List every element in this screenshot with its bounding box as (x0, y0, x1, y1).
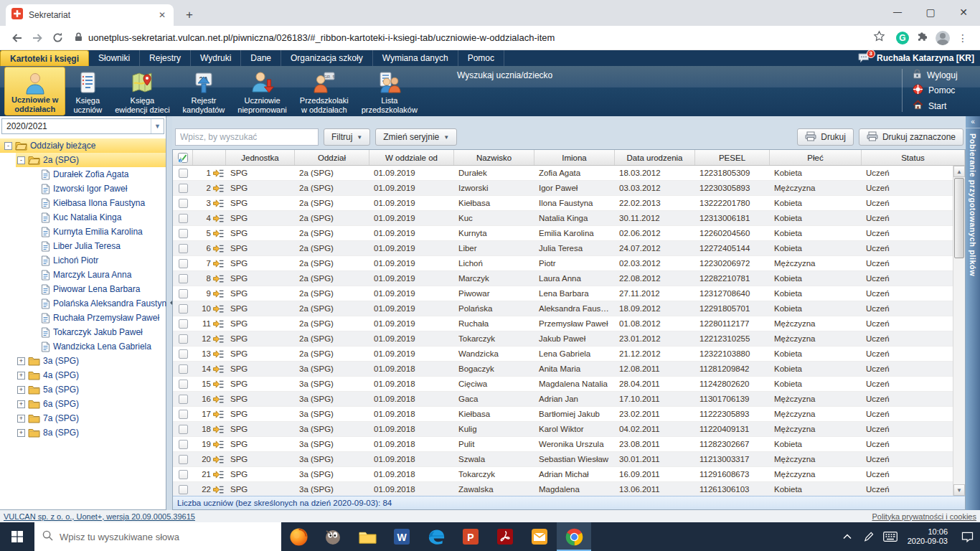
menu-tab[interactable]: Wydruki (191, 50, 241, 66)
expand-panel-icon[interactable]: « (966, 116, 980, 128)
tree-node-student[interactable]: Marczyk Laura Anna (0, 268, 166, 282)
column-header-nazwisko[interactable]: Nazwisko (454, 150, 534, 165)
taskbar-app-chrome[interactable] (557, 522, 591, 551)
tree-node-student[interactable]: Kiełbasa Ilona Faustyna (0, 196, 166, 210)
student-card-icon[interactable] (213, 395, 224, 404)
ribbon-item[interactable]: Księgauczniów (67, 66, 108, 116)
table-row[interactable]: 16SPG3a (SPG)01.09.2018GacaAdrian Jan17.… (173, 392, 953, 407)
row-checkbox[interactable] (173, 196, 193, 210)
taskbar-app-word[interactable]: W (385, 522, 419, 551)
row-checkbox[interactable] (173, 437, 193, 451)
tree-node-student[interactable]: Wandzicka Lena Gabriela (0, 339, 166, 354)
touch-keyboard-icon[interactable] (880, 522, 901, 551)
student-card-icon[interactable] (213, 214, 224, 223)
sidebar-splitter[interactable] (166, 116, 172, 510)
table-row[interactable]: 7SPG2a (SPG)01.09.2019LichońPiotr02.03.2… (173, 256, 953, 271)
student-card-icon[interactable] (213, 440, 224, 449)
reload-icon[interactable] (47, 28, 67, 48)
address-bar[interactable]: uonetplus-sekretariat.vulcan.net.pl/piwn… (67, 28, 892, 48)
menu-tab[interactable]: Kartoteki i księgi (0, 50, 89, 66)
menu-tab[interactable]: Dane (241, 50, 281, 66)
column-header-status[interactable]: Status (862, 150, 965, 165)
column-header-data-urodzenia[interactable]: Data urodzenia (615, 150, 695, 165)
student-card-icon[interactable] (213, 304, 224, 314)
table-row[interactable]: 11SPG2a (SPG)01.09.2019RuchałaPrzemysław… (173, 316, 953, 331)
column-header-imiona[interactable]: Imiona (534, 150, 615, 165)
row-checkbox[interactable] (173, 362, 193, 376)
student-card-icon[interactable] (213, 380, 224, 389)
table-row[interactable]: 19SPG3a (SPG)01.09.2018PulitWeronika Urs… (173, 437, 953, 452)
table-row[interactable]: 8SPG2a (SPG)01.09.2019MarczykLaura Anna2… (173, 271, 953, 286)
scrollbar-thumb[interactable] (954, 178, 964, 258)
logged-user-name[interactable]: Ruchała Katarzyna [KR] (877, 53, 974, 63)
filter-button[interactable]: Filtruj▼ (324, 128, 370, 146)
tree-node-student[interactable]: Piwowar Lena Barbara (0, 282, 166, 296)
taskbar-app-acrobat[interactable] (488, 522, 522, 551)
ribbon-item[interactable]: 2ARejestrkandydatów (176, 66, 232, 116)
taskbar-app-mail[interactable] (522, 522, 557, 551)
taskbar-app-powerpoint[interactable]: P (453, 522, 488, 551)
student-search-input[interactable]: Wyszukaj ucznia/dziecko (457, 70, 552, 80)
print-selected-button[interactable]: Drukuj zaznaczone (859, 128, 963, 146)
tab-close-icon[interactable]: ✕ (156, 10, 168, 20)
row-checkbox[interactable] (173, 452, 193, 466)
window-maximize-button[interactable]: ▢ (914, 0, 947, 24)
tray-chevron-up-icon[interactable] (837, 522, 858, 551)
student-card-icon[interactable] (213, 425, 224, 434)
ribbon-item[interactable]: Uczniowie woddziałach (4, 67, 65, 116)
row-checkbox[interactable] (173, 301, 193, 316)
tree-node-current-classes[interactable]: -Oddziały bieżące (0, 138, 166, 153)
tree-node-class[interactable]: +4a (SPG) (0, 368, 166, 382)
row-checkbox[interactable] (173, 407, 193, 421)
row-checkbox[interactable] (173, 482, 193, 496)
expand-node-icon[interactable]: + (17, 400, 25, 408)
table-row[interactable]: 2SPG2a (SPG)01.09.2019IzworskiIgor Paweł… (173, 181, 953, 196)
tree-node-student[interactable]: Izworski Igor Paweł (0, 182, 166, 196)
row-checkbox[interactable] (173, 331, 193, 346)
ribbon-item[interactable]: GR. 5Przedszkolakiw oddziałach (293, 66, 355, 116)
extensions-puzzle-icon[interactable] (913, 29, 933, 47)
table-row[interactable]: 15SPG3a (SPG)01.09.2018CięciwaMagdalena … (173, 377, 953, 392)
table-row[interactable]: 9SPG2a (SPG)01.09.2019PiwowarLena Barbar… (173, 286, 953, 301)
column-header-jednostka[interactable]: Jednostka (226, 150, 295, 165)
tree-node-student[interactable]: Ruchała Przemysław Paweł (0, 311, 166, 325)
expand-node-icon[interactable]: + (17, 357, 25, 365)
menu-tab[interactable]: Słowniki (89, 50, 140, 66)
row-checkbox[interactable] (173, 392, 193, 406)
menu-tab[interactable]: Organizacja szkoły (281, 50, 373, 66)
student-card-icon[interactable] (213, 485, 224, 494)
table-row[interactable]: 10SPG2a (SPG)01.09.2019PolańskaAleksandr… (173, 301, 953, 316)
messages-icon[interactable]: 3 (858, 53, 870, 63)
menu-tab[interactable]: Wymiana danych (373, 50, 458, 66)
column-header-plec[interactable]: Płeć (770, 150, 862, 165)
expand-node-icon[interactable]: + (17, 429, 25, 437)
scroll-down-icon[interactable]: ▼ (953, 484, 965, 496)
student-card-icon[interactable] (213, 184, 224, 193)
tree-node-student[interactable]: Polańska Aleksandra Faustyna (0, 296, 166, 311)
grid-scrollbar[interactable]: ▲ ▼ (953, 166, 965, 496)
wyloguj-button[interactable]: Wyloguj (913, 69, 974, 81)
table-row[interactable]: 17SPG3a (SPG)01.09.2018KiełbasaBartłomie… (173, 407, 953, 422)
new-tab-button[interactable]: + (181, 6, 198, 24)
column-header-oddzial[interactable]: Oddział (295, 150, 369, 165)
row-checkbox[interactable] (173, 422, 193, 436)
table-row[interactable]: 4SPG2a (SPG)01.09.2019KucNatalia Kinga30… (173, 211, 953, 226)
student-card-icon[interactable] (213, 199, 224, 208)
print-button[interactable]: Drukuj (797, 128, 854, 146)
tree-node-class[interactable]: +7a (SPG) (0, 411, 166, 425)
row-checkbox[interactable] (173, 347, 193, 361)
taskbar-app-edge[interactable] (419, 522, 453, 551)
tree-node-student[interactable]: Kuc Natalia Kinga (0, 210, 166, 225)
student-card-icon[interactable] (213, 364, 224, 374)
ribbon-item[interactable]: Uczniowieniepromowani (231, 66, 293, 116)
row-checkbox[interactable] (173, 181, 193, 195)
action-center-icon[interactable] (954, 522, 980, 551)
taskbar-app-explorer[interactable] (350, 522, 385, 551)
tree-node-student[interactable]: Kurnyta Emilia Karolina (0, 225, 166, 239)
window-close-button[interactable]: ✕ (947, 0, 980, 24)
tree-node-class[interactable]: +6a (SPG) (0, 397, 166, 411)
student-card-icon[interactable] (213, 349, 224, 359)
tree-node-class[interactable]: +8a (SPG) (0, 425, 166, 440)
student-card-icon[interactable] (213, 259, 224, 268)
table-row[interactable]: 20SPG3a (SPG)01.09.2018SzwalaSebastian W… (173, 452, 953, 467)
